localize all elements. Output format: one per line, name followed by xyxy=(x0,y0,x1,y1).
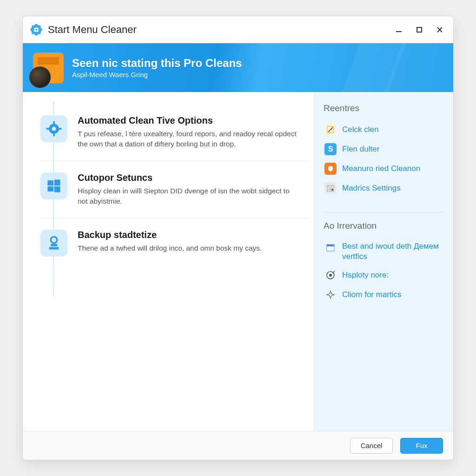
sidebar-list: Celck clen S Flen dulter Meanuro ried Cl… xyxy=(324,120,445,198)
feature-desc: Hisploy clean in willl Siepton DID dveng… xyxy=(78,186,301,207)
feature-title: Backup stadtetize xyxy=(78,230,262,240)
feature-desc: Thene ad a twhed will drilog inco, and o… xyxy=(78,243,262,253)
spark-icon xyxy=(324,289,337,301)
feature-item: Cutopor Setuncs Hisploy clean in willl S… xyxy=(40,161,309,218)
primary-button[interactable]: Fux xyxy=(400,438,443,454)
sidebar-item[interactable]: Hsploty nore: xyxy=(324,265,445,285)
svg-point-4 xyxy=(32,25,35,28)
sidebar-item[interactable]: S Flen dulter xyxy=(324,139,445,159)
banner-text: Seen nic stating this Pro Cleans Aspil-M… xyxy=(72,57,242,79)
svg-rect-22 xyxy=(54,186,60,192)
sidebar-item-label: Flen dulter xyxy=(342,145,379,154)
target-icon xyxy=(324,269,337,281)
gear-icon xyxy=(40,115,67,142)
banner-icon xyxy=(33,53,64,83)
svg-point-23 xyxy=(51,237,57,243)
feature-item: Backup stadtetize Thene ad a twhed will … xyxy=(40,218,309,268)
sidebar-item-label: Madrics Settings xyxy=(342,184,401,193)
footer: Cancel Fux xyxy=(23,431,453,460)
maximize-button[interactable] xyxy=(413,24,425,36)
svg-rect-15 xyxy=(53,133,55,136)
app-logo-icon xyxy=(29,23,43,37)
banner: Seen nic stating this Pro Cleans Aspil-M… xyxy=(23,43,453,92)
window-title: Start Menu Cleaner xyxy=(48,24,137,36)
feature-title: Cutopor Setuncs xyxy=(78,172,301,183)
note-icon xyxy=(324,124,337,136)
sidebar-item-label: Hsploty nore: xyxy=(342,271,389,280)
svg-rect-20 xyxy=(54,179,60,185)
svg-rect-25 xyxy=(49,247,59,249)
windows-icon xyxy=(40,172,67,199)
sidebar-item[interactable]: Best and iwout deth Демем vertfics xyxy=(324,238,445,265)
feature-item: Automated Clean Tive Options T pus refea… xyxy=(40,105,309,161)
app-window: Start Menu Cleaner Seen nic stating this… xyxy=(22,16,454,460)
s-icon: S xyxy=(324,143,337,155)
sidebar-item[interactable]: Meanuro ried Cleanon xyxy=(324,159,445,178)
window-controls xyxy=(393,24,449,36)
cancel-button[interactable]: Cancel xyxy=(350,438,393,454)
svg-rect-14 xyxy=(53,121,55,125)
sidebar: Reentres Celck clen S Flen dulter Mean xyxy=(314,92,453,431)
svg-point-18 xyxy=(52,127,56,131)
svg-point-32 xyxy=(331,189,333,191)
sidebar-section-title: Ao Irrervation xyxy=(324,221,445,231)
svg-point-36 xyxy=(329,274,332,277)
divider xyxy=(324,212,445,212)
svg-point-5 xyxy=(38,25,41,28)
sidebar-item-label: Celck clen xyxy=(342,125,378,134)
sidebar-list: Best and iwout deth Демем vertfics Hsplo… xyxy=(324,238,445,304)
banner-subheading: Aspil-Meed Waers Gring xyxy=(72,71,242,79)
titlebar: Start Menu Cleaner xyxy=(23,16,453,43)
sidebar-item-label: Best and iwout deth Демем vertfics xyxy=(342,241,444,262)
svg-rect-16 xyxy=(46,128,50,130)
svg-rect-34 xyxy=(327,245,334,246)
backup-icon xyxy=(40,230,67,257)
banner-heading: Seen nic stating this Pro Cleans xyxy=(72,57,242,70)
main-panel: Automated Clean Tive Options T pus refea… xyxy=(23,92,314,431)
sidebar-item-label: Cliom for martics xyxy=(342,290,402,299)
sidebar-item[interactable]: Cliom for martics xyxy=(324,285,445,304)
feature-desc: T pus refease, l tére uxealtery, fourd r… xyxy=(78,129,301,150)
svg-rect-10 xyxy=(417,27,422,32)
minimize-button[interactable] xyxy=(393,24,405,36)
sidebar-item[interactable]: Madrics Settings xyxy=(324,178,445,198)
shield-icon xyxy=(324,163,337,175)
close-button[interactable] xyxy=(434,24,446,36)
svg-rect-21 xyxy=(47,186,53,192)
svg-point-6 xyxy=(32,31,35,34)
sidebar-section-title: Reentres xyxy=(324,103,445,113)
sidebar-item-label: Meanuro ried Cleanon xyxy=(342,164,420,173)
sidebar-item[interactable]: Celck clen xyxy=(324,120,445,139)
settings-icon xyxy=(324,182,337,194)
svg-rect-17 xyxy=(58,128,61,130)
svg-point-7 xyxy=(38,31,41,34)
body: Automated Clean Tive Options T pus refea… xyxy=(23,92,453,431)
calendar-icon xyxy=(324,241,337,253)
svg-rect-24 xyxy=(51,244,57,246)
svg-rect-19 xyxy=(47,180,53,185)
feature-title: Automated Clean Tive Options xyxy=(78,115,301,126)
